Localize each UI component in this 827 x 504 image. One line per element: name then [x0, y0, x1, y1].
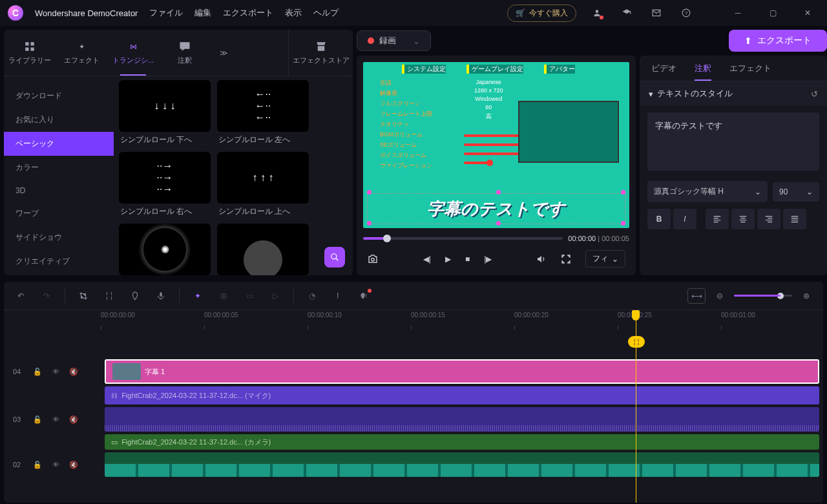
export-button[interactable]: ⬆ エクスポート [729, 30, 827, 52]
cat-sideshow[interactable]: サイドショウ [4, 226, 114, 249]
chevron-down-icon: ⌄ [806, 187, 813, 196]
mute-icon[interactable]: 🔇 [67, 413, 80, 426]
bold-button[interactable]: B [647, 209, 671, 229]
zoom-slider[interactable] [734, 295, 792, 297]
eye-icon[interactable]: 👁 [49, 458, 62, 471]
fullscreen-icon[interactable] [561, 254, 571, 264]
prop-tab-video[interactable]: ビデオ [651, 56, 676, 81]
cat-creative[interactable]: クリエイティブ [4, 249, 114, 273]
menu-help[interactable]: ヘルプ [313, 7, 339, 19]
transition-item[interactable]: ←··←··←··シンプルロール 左へ [217, 80, 309, 152]
mute-icon[interactable]: 🔇 [67, 458, 80, 471]
zoom-in-icon[interactable]: ⊕ [799, 288, 814, 304]
redo-icon[interactable]: ↷ [39, 288, 54, 304]
academy-icon[interactable] [618, 4, 636, 22]
lock-icon[interactable]: 🔓 [31, 458, 44, 471]
cat-basic[interactable]: ベーシック [4, 132, 114, 156]
preview-progress[interactable] [363, 237, 563, 240]
next-frame-icon[interactable]: |▶ [484, 255, 492, 264]
fit-dropdown[interactable]: フィ⌄ [585, 250, 625, 268]
transition-item[interactable]: ··→··→··→シンプルロール 右へ [119, 152, 211, 224]
preview-video[interactable]: システム設定 ゲームプレイ設定 アバター 言語 解像度 フルスクリーン フレーム… [363, 62, 629, 228]
voice-icon[interactable]: 🗣 [356, 288, 372, 304]
video-clip-header[interactable]: ▭ FightCrab2_2024-03-22 11-37-12.dc... (… [105, 434, 819, 450]
color-icon[interactable]: ◔ [304, 288, 320, 304]
cat-download[interactable]: ダウンロード [4, 84, 114, 108]
eye-icon[interactable]: 👁 [49, 413, 62, 426]
audio-adj-icon[interactable]: ⵑ [330, 288, 346, 304]
tab-annotation[interactable]: 注釈 [159, 30, 211, 76]
cat-favorite[interactable]: お気に入り [4, 108, 114, 132]
prop-tab-annotation[interactable]: 注釈 [695, 56, 711, 81]
lock-icon[interactable]: 🔓 [31, 413, 44, 426]
tabs-more-icon[interactable]: ≫ [211, 48, 236, 58]
marker-icon[interactable] [127, 288, 143, 304]
font-select[interactable]: 源真ゴシック等幅 H⌄ [647, 181, 768, 202]
cat-3d[interactable]: 3D [4, 180, 114, 202]
tab-effect[interactable]: ✦エフェクト [56, 30, 107, 76]
sparkle-icon: ✦ [75, 40, 88, 53]
search-button[interactable] [324, 247, 345, 268]
pip-icon[interactable]: ▭ [242, 288, 257, 304]
cat-color[interactable]: カラー [4, 156, 114, 180]
mute-icon[interactable]: 🔇 [67, 365, 80, 378]
font-size-select[interactable]: 90⌄ [773, 182, 819, 202]
menu-view[interactable]: 表示 [285, 7, 302, 19]
prop-tab-effect[interactable]: エフェクト [729, 56, 771, 81]
tab-effect-store[interactable]: エフェクトストア [288, 30, 353, 76]
help-icon[interactable]: ? [677, 4, 695, 22]
align-justify-button[interactable] [783, 209, 806, 229]
transition-item[interactable]: ↓ ↓ ↓シンプルロール 下へ [119, 80, 211, 152]
record-button[interactable]: 録画 ⌄ [357, 30, 431, 51]
text-input[interactable]: 字幕のテストです [647, 112, 819, 171]
window-close-icon[interactable]: ✕ [796, 4, 819, 22]
undo-icon[interactable]: ↶ [13, 288, 28, 304]
menu-edit[interactable]: 編集 [194, 7, 211, 19]
account-icon[interactable] [588, 4, 606, 22]
play-icon[interactable]: ▶ [445, 255, 451, 264]
align-right-button[interactable] [757, 209, 780, 229]
tab-transition[interactable]: ⋈トランジシ... [107, 30, 159, 76]
mic-icon[interactable] [153, 288, 169, 304]
crop-icon[interactable] [76, 288, 91, 304]
reset-icon[interactable]: ↺ [811, 89, 818, 99]
transition-item[interactable]: ✺ [119, 224, 211, 275]
cursor-icon[interactable]: ▷ [267, 288, 283, 304]
prev-frame-icon[interactable]: ◀| [423, 255, 431, 264]
track-02: 02 🔓 👁 🔇 [4, 451, 823, 478]
group-icon[interactable]: ⊞ [216, 288, 231, 304]
buy-now-button[interactable]: 🛒 今すぐ購入 [507, 5, 576, 22]
timeline-ruler[interactable]: 00:00:00:00 00:00:00:05 00:00:00:10 00:0… [4, 310, 823, 330]
menu-export[interactable]: エクスポート [223, 7, 273, 19]
section-text-style[interactable]: ▾ テキストのスタイル ↺ [640, 81, 827, 106]
transition-item[interactable]: ↑ ↑ ↑シンプルロール 上へ [217, 152, 309, 224]
align-center-button[interactable] [731, 209, 755, 229]
italic-button[interactable]: I [673, 209, 696, 229]
split-icon[interactable]: ╎╎ [101, 288, 117, 304]
zoom-out-icon[interactable]: ⊖ [712, 288, 728, 304]
tab-library[interactable]: ライブラリー [4, 30, 56, 76]
stop-icon[interactable]: ■ [465, 255, 470, 264]
mail-icon[interactable] [647, 4, 665, 22]
audio-waveform-clip[interactable] [105, 407, 819, 432]
audio-clip[interactable]: ⦀⦀ FightCrab2_2024-03-22 11-37-12.dc... … [105, 386, 819, 404]
window-maximize-icon[interactable]: ▢ [761, 4, 784, 22]
menu-file[interactable]: ファイル [149, 7, 183, 19]
svg-text:?: ? [685, 10, 687, 16]
pv-tab-gameplay: ゲームプレイ設定 [466, 65, 523, 74]
lock-icon[interactable]: 🔓 [31, 365, 44, 378]
video-clip[interactable] [105, 452, 819, 477]
transition-item[interactable] [217, 224, 309, 275]
window-minimize-icon[interactable]: ─ [726, 4, 749, 22]
cat-warp[interactable]: ワープ [4, 202, 114, 226]
split-marker-icon[interactable]: ╎╎ [628, 336, 645, 348]
volume-icon[interactable] [536, 254, 547, 264]
caption-overlay[interactable]: 字幕のテストです [367, 193, 625, 224]
snapshot-icon[interactable] [367, 253, 379, 265]
subtitle-clip[interactable]: 字幕 1 [105, 359, 819, 384]
align-left-button[interactable] [706, 209, 729, 229]
ai-sparkle-icon[interactable]: ✦ [190, 288, 205, 304]
eye-icon[interactable]: 👁 [49, 365, 62, 378]
playhead[interactable] [636, 310, 636, 503]
fit-timeline-icon[interactable]: ⟷ [687, 288, 706, 304]
